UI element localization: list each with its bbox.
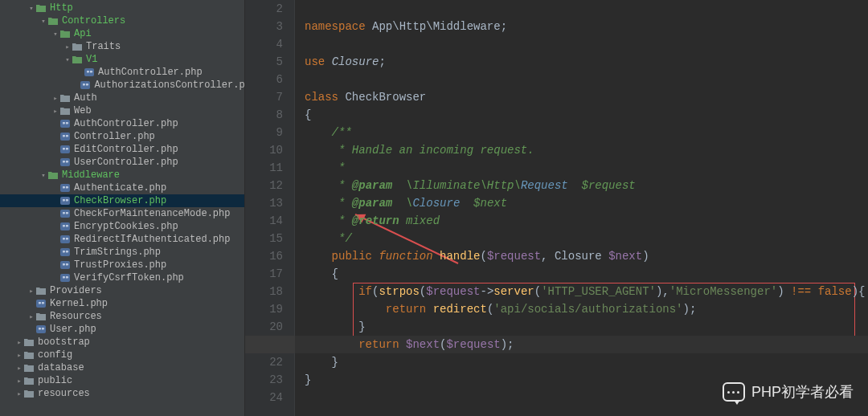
tree-item-CheckForMaintenanceModephp[interactable]: ▸CheckForMaintenanceMode.php	[0, 207, 244, 220]
tree-item-UserControllerphp[interactable]: ▸UserController.php	[0, 156, 244, 169]
tree-item-TrimStringsphp[interactable]: ▸TrimStrings.php	[0, 246, 244, 259]
chevron-right-icon[interactable]: ▸	[15, 389, 23, 398]
tree-item-CheckBrowserphp[interactable]: ▸CheckBrowser.php	[0, 194, 244, 207]
code-line[interactable]: {	[305, 265, 868, 283]
php-file-icon	[59, 221, 71, 232]
tree-item-Traits[interactable]: ▸Traits	[0, 40, 244, 53]
line-number[interactable]: 12	[245, 177, 283, 194]
editor-code-area[interactable]: namespace App\Http\Middleware; use Closu…	[295, 0, 868, 416]
tree-item-EncryptCookiesphp[interactable]: ▸EncryptCookies.php	[0, 220, 244, 233]
tree-item-Resources[interactable]: ▸Resources	[0, 310, 244, 323]
code-line[interactable]: }	[305, 353, 868, 371]
code-line[interactable]: * Handle an incoming request.	[305, 141, 868, 159]
chevron-right-icon[interactable]: ▸	[15, 338, 23, 347]
line-number[interactable]: 2	[245, 0, 283, 18]
chevron-down-icon[interactable]: ▾	[39, 171, 47, 180]
line-number[interactable]: 15	[245, 230, 283, 247]
tree-item-V1[interactable]: ▾V1	[0, 53, 244, 66]
code-line[interactable]: * @param \Closure $next	[305, 194, 868, 212]
line-number[interactable]: 5	[245, 53, 283, 71]
tree-item-config[interactable]: ▸config	[0, 349, 244, 361]
code-line[interactable]: if(strpos($request->server('HTTP_USER_AG…	[305, 283, 868, 300]
chevron-down-icon[interactable]: ▾	[27, 4, 35, 13]
code-line[interactable]: namespace App\Http\Middleware;	[305, 18, 868, 35]
line-number[interactable]: 6	[245, 71, 283, 88]
tree-item-Middleware[interactable]: ▾Middleware	[0, 169, 244, 181]
code-line[interactable]: return $next($request);	[305, 336, 868, 353]
folder-icon	[23, 388, 35, 399]
tree-item-Controllers[interactable]: ▾Controllers	[0, 14, 244, 27]
line-number[interactable]: 14	[245, 212, 283, 230]
code-line[interactable]: class CheckBrowser	[305, 88, 868, 106]
chevron-right-icon[interactable]: ▸	[51, 107, 59, 116]
line-number[interactable]: 10	[245, 141, 283, 159]
chevron-down-icon[interactable]: ▾	[51, 30, 59, 39]
chevron-down-icon[interactable]: ▾	[63, 55, 72, 64]
code-line[interactable]: */	[305, 230, 868, 247]
chevron-right-icon[interactable]: ▸	[27, 312, 35, 321]
code-editor[interactable]: 23456789101112131415161718192021222324 n…	[245, 0, 868, 416]
tree-item-Api[interactable]: ▾Api	[0, 27, 244, 40]
tree-item-label: resources	[38, 387, 90, 400]
folder-icon	[35, 285, 47, 296]
code-line[interactable]: *	[305, 159, 868, 177]
tree-item-Auth[interactable]: ▸Auth	[0, 92, 244, 104]
line-number[interactable]: 24	[245, 389, 283, 406]
code-line[interactable]: /**	[305, 124, 868, 141]
tree-item-label: VerifyCsrfToken.php	[74, 271, 184, 284]
code-line[interactable]: }	[305, 371, 868, 389]
tree-item-EditControllerphp[interactable]: ▸EditController.php	[0, 143, 244, 156]
tree-item-Authenticatephp[interactable]: ▸Authenticate.php	[0, 181, 244, 194]
tree-item-VerifyCsrfTokenphp[interactable]: ▸VerifyCsrfToken.php	[0, 271, 244, 284]
chevron-right-icon[interactable]: ▸	[51, 94, 59, 103]
line-number[interactable]: 11	[245, 159, 283, 177]
line-number[interactable]: 4	[245, 35, 283, 53]
code-line[interactable]: * @return mixed	[305, 212, 868, 230]
line-number[interactable]: 9	[245, 124, 283, 141]
tree-item-public[interactable]: ▸public	[0, 374, 244, 387]
code-line[interactable]: {	[305, 106, 868, 124]
chevron-right-icon[interactable]: ▸	[15, 364, 23, 373]
tree-item-Providers[interactable]: ▸Providers	[0, 284, 244, 297]
code-line[interactable]	[305, 0, 868, 18]
tree-item-Controllerphp[interactable]: ▸Controller.php	[0, 130, 244, 143]
line-number[interactable]: 23	[245, 371, 283, 389]
code-line[interactable]: return redirect('api/socials/authorizati…	[305, 300, 868, 318]
line-number[interactable]: 16	[245, 247, 283, 265]
chevron-right-icon[interactable]: ▸	[27, 287, 35, 296]
tree-item-database[interactable]: ▸database	[0, 361, 244, 374]
code-line[interactable]: use Closure;	[305, 53, 868, 71]
line-number[interactable]: 13	[245, 194, 283, 212]
tree-item-AuthControllerphp[interactable]: ▸AuthController.php	[0, 117, 244, 130]
chevron-right-icon[interactable]: ▸	[63, 43, 72, 51]
php-file-icon	[35, 324, 47, 335]
tree-item-resources[interactable]: ▸resources	[0, 387, 244, 400]
line-number[interactable]: 20	[245, 318, 283, 336]
line-number[interactable]: 17	[245, 265, 283, 283]
line-number[interactable]: 18	[245, 283, 283, 300]
line-number[interactable]: 3	[245, 18, 283, 35]
code-line[interactable]: }	[305, 318, 868, 336]
tree-item-Kernelphp[interactable]: ▸Kernel.php	[0, 297, 244, 310]
chevron-down-icon[interactable]: ▾	[39, 17, 47, 26]
tree-item-TrustProxiesphp[interactable]: ▸TrustProxies.php	[0, 259, 244, 271]
tree-item-RedirectIfAuthenticatedphp[interactable]: ▸RedirectIfAuthenticated.php	[0, 233, 244, 246]
chevron-right-icon[interactable]: ▸	[15, 351, 23, 360]
project-tree-sidebar[interactable]: ▾Http▾Controllers▾Api▸Traits▾V1▸AuthCont…	[0, 0, 245, 416]
line-number[interactable]: 8	[245, 106, 283, 124]
code-line[interactable]	[305, 71, 868, 88]
code-line[interactable]	[305, 35, 868, 53]
tree-item-Http[interactable]: ▾Http	[0, 2, 244, 14]
tree-item-AuthControllerphp[interactable]: ▸AuthController.php	[0, 66, 244, 79]
tree-item-Web[interactable]: ▸Web	[0, 104, 244, 117]
code-line[interactable]: * @param \Illuminate\Http\Request $reque…	[305, 177, 868, 194]
code-line[interactable]	[305, 389, 868, 406]
tree-item-bootstrap[interactable]: ▸bootstrap	[0, 336, 244, 349]
tree-item-Userphp[interactable]: ▸User.php	[0, 323, 244, 336]
chevron-right-icon[interactable]: ▸	[15, 377, 23, 385]
line-number[interactable]: 19	[245, 300, 283, 318]
line-number[interactable]: 7	[245, 88, 283, 106]
code-line[interactable]: public function handle($request, Closure…	[305, 247, 868, 265]
tree-item-AuthorizationsControllerphp[interactable]: ▸AuthorizationsController.php	[0, 79, 244, 92]
line-number[interactable]: 22	[245, 353, 283, 371]
